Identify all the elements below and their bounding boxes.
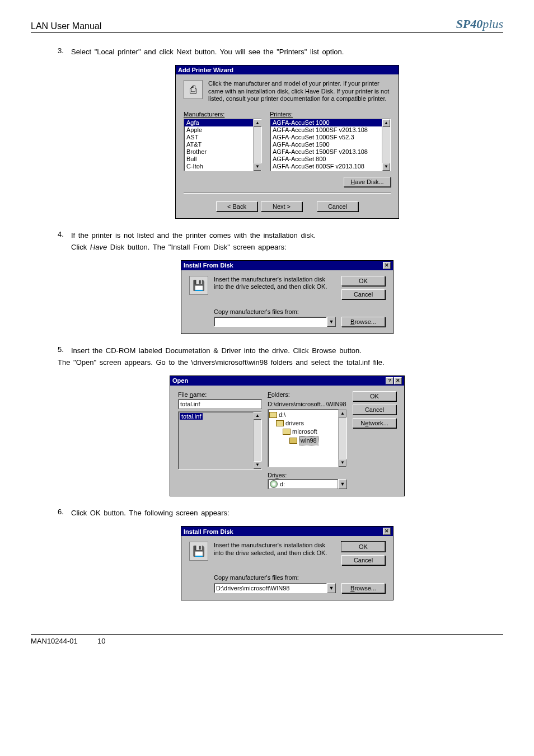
- ifd1-cancel-button[interactable]: Cancel: [341, 289, 385, 299]
- ifd2-browse-button[interactable]: Browse...: [341, 583, 385, 593]
- folder-microsoft[interactable]: microsoft: [269, 428, 345, 436]
- mfg-item[interactable]: Brother: [184, 148, 261, 156]
- open-titlebar: Open ? ✕: [170, 376, 404, 386]
- file-list[interactable]: total.inf ▲▼: [178, 411, 262, 469]
- step-4-text: If the printer is not listed and the pri…: [71, 230, 503, 253]
- prn-label: rinters:: [274, 111, 293, 118]
- ifd1-path-input[interactable]: [214, 317, 327, 327]
- ifd1-ok-button[interactable]: OK: [341, 276, 385, 286]
- step-6: 6. Click OK button. The following screen…: [58, 508, 503, 600]
- ifd2-ok-button[interactable]: OK: [341, 542, 385, 552]
- open-cancel-button[interactable]: Cancel: [353, 405, 396, 415]
- logo-plus: plus: [483, 17, 503, 31]
- back-button[interactable]: < Back: [216, 201, 257, 212]
- prn-item[interactable]: AGFA-AccuSet 1000SF v52.3: [270, 134, 390, 141]
- step-5-text-b: The "Open" screen appears. Go to the \dr…: [58, 357, 503, 369]
- instruction-list: 3. Select "Local printer" and click Next…: [31, 46, 503, 600]
- page-footer: MAN10244-01 10: [31, 634, 503, 645]
- have-disk-button[interactable]: Have Disk...: [344, 177, 391, 187]
- ifd1-path-combo[interactable]: ▼: [214, 317, 336, 327]
- close-icon[interactable]: ✕: [383, 528, 391, 535]
- footer-page-num: 10: [97, 637, 105, 645]
- folders-path: D:\drivers\microsoft...\WIN98: [268, 399, 347, 409]
- prn-scrollbar[interactable]: ▲▼: [382, 119, 390, 171]
- logo-main: SP40: [456, 17, 483, 31]
- step-4-text-a: If the printer is not listed and the pri…: [71, 231, 316, 240]
- ifd1-title: Install From Disk: [184, 262, 233, 269]
- ifd1-copy-label: Copy manufacturer's files from:: [214, 308, 336, 316]
- ifd1-titlebar: Install From Disk ✕: [181, 261, 393, 270]
- cd-icon: [270, 480, 278, 488]
- wizard-message: Click the manufacturer and model of your…: [208, 80, 391, 103]
- step-5-num: 5.: [58, 345, 64, 354]
- cancel-button[interactable]: Cancel: [317, 201, 358, 212]
- ifd2-title: Install From Disk: [184, 528, 233, 535]
- floppy-icon: 💾: [189, 276, 208, 295]
- dropdown-icon[interactable]: ▼: [327, 317, 336, 327]
- ifd2-path-input[interactable]: [214, 583, 327, 593]
- open-dialog: Open ? ✕ File name: total.inf ▲▼: [170, 375, 405, 497]
- prn-item[interactable]: AGFA-AccuSet 1500SF v2013.108: [270, 148, 390, 156]
- help-icon[interactable]: ?: [386, 377, 394, 384]
- add-printer-wizard-dialog: Add Printer Wizard ⎙ Click the manufactu…: [175, 65, 399, 219]
- mfg-item[interactable]: Apple: [184, 126, 261, 134]
- prn-item[interactable]: AGFA-AccuSet 1000SF v2013.108: [270, 126, 390, 134]
- step-3-num: 3.: [58, 46, 64, 55]
- folder-tree[interactable]: d:\ drivers microsoft win98 ▲▼: [268, 409, 347, 467]
- ifd2-titlebar: Install From Disk ✕: [181, 527, 393, 536]
- ifd1-browse-button[interactable]: Browse...: [341, 317, 385, 327]
- close-icon[interactable]: ✕: [394, 377, 402, 384]
- folder-icon: [289, 438, 297, 444]
- open-ok-button[interactable]: OK: [353, 391, 396, 401]
- step-4-text-post: Disk button. The "Install From Disk" scr…: [107, 243, 287, 251]
- printer-icon: ⎙: [184, 80, 203, 99]
- dropdown-icon[interactable]: ▼: [327, 583, 336, 593]
- file-name-label: File name:: [178, 391, 262, 399]
- folders-label: Folders:: [268, 391, 347, 399]
- mfg-item[interactable]: Bull: [184, 156, 261, 163]
- printers-list[interactable]: AGFA-AccuSet 1000 AGFA-AccuSet 1000SF v2…: [270, 119, 391, 171]
- mfg-item[interactable]: C-Itoh: [184, 163, 261, 170]
- mfg-scrollbar[interactable]: ▲▼: [253, 119, 261, 171]
- header-title: LAN User Manual: [31, 21, 101, 31]
- product-logo: SP40plus: [456, 17, 503, 31]
- wizard-title: Add Printer Wizard: [178, 67, 233, 73]
- floppy-icon: 💾: [189, 542, 208, 561]
- dropdown-icon[interactable]: ▼: [338, 479, 347, 489]
- ifd2-cancel-button[interactable]: Cancel: [341, 555, 385, 565]
- folder-open-icon: [269, 412, 277, 418]
- folder-win98[interactable]: win98: [269, 436, 345, 445]
- ifd2-copy-label: Copy manufacturer's files from:: [214, 574, 336, 582]
- prn-item[interactable]: AGFA-AccuSet 1500: [270, 141, 390, 148]
- install-from-disk-dialog-1: Install From Disk ✕ 💾 Insert the manufac…: [181, 260, 394, 335]
- folder-open-icon: [276, 420, 284, 426]
- step-4-num: 4.: [58, 230, 64, 238]
- folder-drivers[interactable]: drivers: [269, 419, 345, 428]
- folder-scrollbar[interactable]: ▲▼: [338, 410, 346, 467]
- wizard-titlebar: Add Printer Wizard: [176, 65, 399, 74]
- open-title: Open: [172, 377, 188, 384]
- mfg-item[interactable]: AT&T: [184, 141, 261, 148]
- next-button[interactable]: Next >: [261, 201, 302, 212]
- install-from-disk-dialog-2: Install From Disk ✕ 💾 Insert the manufac…: [181, 526, 394, 600]
- step-6-text: Click OK button. The following screen ap…: [71, 508, 503, 519]
- drives-label: Drives:: [268, 472, 347, 480]
- file-name-input[interactable]: [178, 399, 262, 409]
- open-network-button[interactable]: Network...: [353, 418, 396, 428]
- folder-open-icon: [283, 429, 291, 435]
- manufacturers-list[interactable]: Agfa Apple AST AT&T Brother Bull C-Itoh …: [184, 119, 262, 171]
- ifd2-path-combo[interactable]: ▼: [214, 583, 336, 593]
- folder-d[interactable]: d:\: [269, 411, 345, 419]
- mfg-label: anufacturers:: [189, 111, 224, 118]
- file-item-sel[interactable]: total.inf: [180, 413, 203, 420]
- drives-combo[interactable]: d: ▼: [268, 479, 347, 489]
- mfg-item-agfa[interactable]: Agfa: [184, 119, 261, 126]
- step-5-text-a: Insert the CD-ROM labeled Documetation &…: [71, 346, 362, 355]
- close-icon[interactable]: ✕: [383, 262, 391, 269]
- step-6-num: 6.: [58, 508, 64, 516]
- mfg-item[interactable]: AST: [184, 134, 261, 141]
- file-scrollbar[interactable]: ▲▼: [253, 412, 261, 469]
- prn-item[interactable]: AGFA-AccuSet 800: [270, 156, 390, 163]
- prn-item[interactable]: AGFA-AccuSet 800SF v2013.108: [270, 163, 390, 170]
- prn-item-sel[interactable]: AGFA-AccuSet 1000: [270, 119, 390, 126]
